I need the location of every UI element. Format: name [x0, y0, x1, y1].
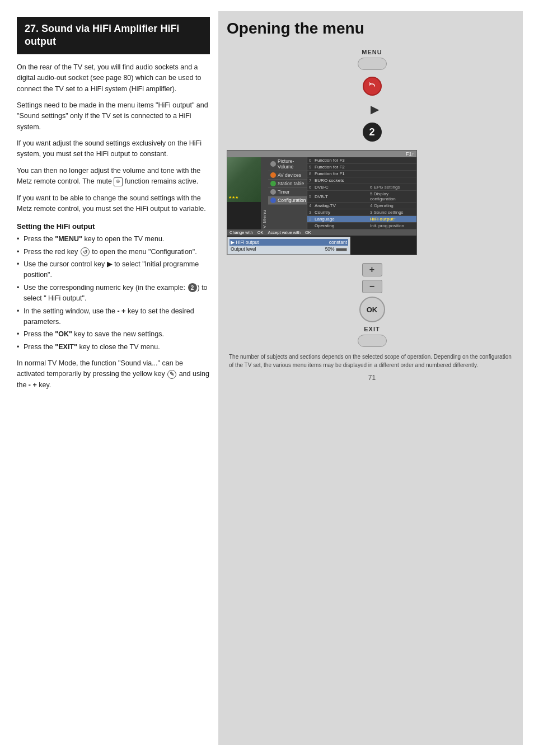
menu-row-5: 5DVB-T5 Display configuration — [307, 191, 416, 203]
bullet-item-1: Press the "MENU" key to open the TV menu… — [17, 234, 210, 245]
row-text-4: Analog-TV — [315, 203, 370, 208]
red-round-button[interactable] — [363, 77, 382, 96]
opening-menu-heading: Opening the menu — [227, 20, 517, 37]
menu-sidebar: Picture-Volume AV devices Station table — [268, 157, 307, 229]
menu-row-6: 6DVB-C6 EPG settings — [307, 184, 416, 191]
row-extra-3: 3 Sound settings — [370, 210, 415, 215]
mute-icon: ⊗ — [114, 177, 123, 186]
menu-row-9: 9Function for F2 — [307, 164, 416, 171]
footer-note: The number of subjects and sections depe… — [227, 353, 517, 369]
row-num-5: 5 — [309, 194, 315, 199]
sidebar-av-devices[interactable]: AV devices — [268, 171, 307, 180]
menu-bottom-bar: Change with OK Accept value with OK — [227, 229, 416, 236]
timer-icon — [270, 189, 276, 195]
menu-remote-button[interactable] — [358, 58, 387, 70]
row-text-6: DVB-C — [315, 185, 370, 190]
menu-row-2: 2LanguageHiFi output↑ — [307, 216, 416, 223]
bullet-item-6: Press the "OK" key to save the new setti… — [17, 329, 210, 340]
num-2-icon: 2 — [188, 283, 197, 292]
sidebar-picture-volume[interactable]: Picture-Volume — [268, 157, 307, 171]
ok-button[interactable]: OK — [359, 297, 385, 322]
bottom-bar-ok2: OK — [305, 230, 311, 235]
submenu-label-2: Output level — [231, 246, 256, 252]
subsection-title: Setting the HiFi output — [17, 222, 210, 231]
paragraph-5: If you want to be able to change the sou… — [17, 193, 210, 215]
picture-volume-icon — [270, 161, 276, 167]
menu-button-group: MENU — [358, 49, 387, 70]
sidebar-label-4: Configuration — [278, 198, 306, 203]
menu-row-3: 3Country3 Sound settings — [307, 209, 416, 216]
sidebar-label-1: AV devices — [278, 172, 301, 178]
row-num-2: 2 — [309, 217, 315, 222]
left-column: 27. Sound via HiFi Amplifier HiFi output… — [11, 11, 218, 745]
row-num-6: 6 — [309, 185, 315, 190]
exit-label: EXIT — [364, 326, 380, 332]
row-extra-4: 4 Operating — [370, 203, 415, 208]
v-menu-label: V-Menu — [261, 157, 268, 229]
remote-section: MENU ▶ 2 — [227, 49, 517, 142]
paragraph-1: On the rear of the TV set, you will find… — [17, 62, 210, 95]
menu-window: F1↑ V-Menu Picture-Volume — [227, 150, 417, 255]
bullet-item-4: Use the corresponding numeric key (in th… — [17, 283, 210, 304]
menu-row-7: 7EURO sockets — [307, 177, 416, 184]
configuration-icon — [270, 198, 276, 203]
red-key-icon: ↺ — [81, 247, 90, 256]
menu-header: F1↑ — [227, 151, 416, 157]
sidebar-timer[interactable]: Timer — [268, 188, 307, 196]
sidebar-label-3: Timer — [278, 189, 289, 195]
bottom-bar-accept: Accept value with — [268, 230, 301, 235]
sidebar-configuration[interactable]: Configuration — [268, 196, 307, 205]
menu-content-area: 0Function for F3 9Function for F2 8Funct… — [307, 157, 416, 229]
sidebar-station-table[interactable]: Station table — [268, 180, 307, 188]
closing-text: In normal TV Mode, the function "Sound v… — [17, 358, 210, 391]
row-text-5: DVB-T — [315, 194, 370, 199]
cursor-arrow-right: ▶ — [371, 102, 379, 116]
paragraph-4: You can then no longer adjust the volume… — [17, 166, 210, 187]
sidebar-label-0: Picture-Volume — [278, 158, 305, 170]
row-num-3: 3 — [309, 210, 315, 215]
row-text-9: Function for F2 — [315, 165, 415, 170]
row-text-3: Country — [315, 210, 370, 215]
bullet-item-7: Press the "EXIT" key to close the TV men… — [17, 342, 210, 353]
row-text-2: Language — [315, 217, 370, 222]
paragraph-2: Settings need to be made in the menu ite… — [17, 100, 210, 133]
plus-button[interactable]: + — [362, 263, 382, 276]
submenu-label-1: ▶ HiFi output — [231, 240, 259, 245]
station-table-icon — [270, 181, 276, 186]
yellow-key-icon: ✎ — [167, 370, 176, 379]
menu-row-op: OperatingInit. prog position — [307, 223, 416, 229]
row-extra-5: 5 Display configuration — [370, 191, 415, 201]
menu-body: V-Menu Picture-Volume AV devices — [227, 157, 416, 229]
bottom-bar-text: Change with — [229, 230, 253, 235]
row-extra-op: Init. prog position — [370, 223, 415, 228]
row-extra-2: HiFi output↑ — [370, 217, 415, 222]
menu-label: MENU — [362, 49, 382, 55]
right-column: Opening the menu MENU ▶ 2 — [218, 11, 523, 745]
output-level-bar — [336, 248, 347, 251]
row-extra-6: 6 EPG settings — [370, 185, 415, 190]
plus-minus-section: + − — [227, 263, 517, 293]
row-text-7: EURO sockets — [315, 178, 415, 183]
menu-row-4: 4Analog-TV4 Operating — [307, 203, 416, 209]
minus-button[interactable]: − — [362, 280, 382, 293]
submenu-row-1: ▶ HiFi output constant — [229, 239, 348, 246]
submenu-value-2: 50% — [325, 246, 347, 252]
menu-header-label: F1↑ — [406, 151, 414, 157]
av-devices-icon — [270, 172, 276, 178]
menu-rows: 0Function for F3 9Function for F2 8Funct… — [307, 157, 416, 229]
exit-section: EXIT — [227, 326, 517, 347]
submenu-value-1: constant — [329, 240, 347, 245]
row-text-op: Operating — [315, 223, 370, 228]
row-num-7: 7 — [309, 178, 315, 183]
menu-screenshot: F1↑ V-Menu Picture-Volume — [227, 150, 517, 255]
number-2-circle: 2 — [363, 123, 382, 142]
bottom-bar-ok: OK — [257, 230, 264, 235]
bullet-item-5: In the setting window, use the - + key t… — [17, 306, 210, 328]
row-num-8: 8 — [309, 171, 315, 176]
bullet-list: Press the "MENU" key to open the TV menu… — [17, 234, 210, 353]
row-num-9: 9 — [309, 165, 315, 170]
row-num-0: 0 — [309, 158, 315, 163]
exit-button[interactable] — [358, 335, 387, 347]
submenu-row-2: Output level 50% — [229, 246, 348, 252]
menu-row-8: 8Function for F1 — [307, 171, 416, 177]
